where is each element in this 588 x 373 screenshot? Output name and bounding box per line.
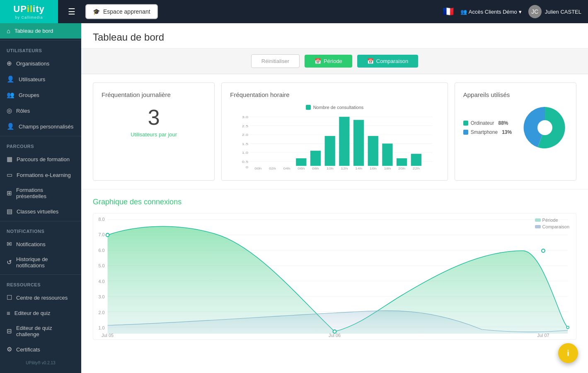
periode-button[interactable]: 📅 Période [305, 55, 352, 68]
sidebar-item-centre-ressources[interactable]: ☐ Centre de ressources [0, 290, 81, 305]
svg-text:3.0: 3.0 [99, 294, 105, 299]
notifications-icon: ✉ [7, 240, 12, 248]
home-icon: ⌂ [7, 27, 10, 34]
legend-comparaison: Comparaison [535, 224, 569, 229]
logo-il: il [27, 4, 33, 14]
sidebar-label-tableau-de-bord: Tableau de bord [15, 28, 53, 34]
section-title-connexions: Graphique des connexions [93, 198, 576, 206]
flag-icon[interactable]: 🇫🇷 [443, 6, 454, 17]
bar-chart-svg: 3.0 2.5 2.0 1.5 1.0 0.5 0 [230, 112, 439, 170]
sidebar-item-historique-notifications[interactable]: ↺ Historique de notifications [0, 252, 81, 273]
topbar-right: 🇫🇷 👥 Accès Clients Démo ▾ JC Julien CAST… [443, 5, 581, 18]
card-frequentation-horaire: Fréquentation horaire Nombre de consulta… [221, 82, 448, 181]
sidebar-item-roles[interactable]: ◎ Rôles [0, 103, 81, 119]
sidebar-item-editeur-quiz-challenge[interactable]: ⊟ Editeur de quiz challenge [0, 321, 81, 342]
svg-text:6.0: 6.0 [99, 248, 105, 253]
svg-text:1.0: 1.0 [242, 151, 248, 155]
sidebar-item-organisations[interactable]: ⊕ Organisations [0, 56, 81, 71]
hamburger-button[interactable]: ☰ [65, 5, 79, 18]
champs-icon: 👤 [7, 123, 15, 130]
client-demo-label: Accès Clients Démo [469, 9, 517, 15]
svg-text:16h: 16h [370, 167, 377, 170]
smartphone-label: Smartphone [471, 129, 498, 135]
elearning-icon: ▭ [7, 171, 12, 179]
svg-rect-23 [397, 158, 407, 166]
svg-text:3.0: 3.0 [242, 115, 248, 119]
organisations-icon: ⊕ [7, 60, 12, 67]
reset-button[interactable]: Réinitialiser [251, 54, 300, 68]
sidebar-item-editeur-quiz[interactable]: ≡ Editeur de quiz [0, 305, 81, 321]
sidebar-label-champs: Champs personnalisés [19, 124, 73, 130]
svg-rect-22 [382, 143, 393, 166]
logo-ity: ity [33, 4, 45, 14]
sidebar-label-notifications: Notifications [16, 241, 46, 247]
calendar-icon-comparaison: 📅 [367, 58, 374, 64]
sidebar-item-formations-elearning[interactable]: ▭ Formations e-Learning [0, 167, 81, 183]
svg-text:12h: 12h [341, 167, 348, 170]
fab-button[interactable]: i [558, 343, 578, 363]
svg-text:06h: 06h [298, 167, 305, 170]
big-number-label: Utilisateurs par jour [102, 131, 206, 138]
legend-periode: Période [535, 218, 569, 223]
legend-ordinateur: Ordinateur 88% [463, 120, 512, 126]
logo-up: UP [13, 4, 27, 14]
card-frequentation-journaliere: Fréquentation journalière 3 Utilisateurs… [93, 82, 215, 181]
cards-row: Fréquentation journalière 3 Utilisateurs… [81, 74, 588, 189]
client-demo-dropdown[interactable]: 👥 Accès Clients Démo ▾ [460, 9, 522, 15]
legend-text: Nombre de consultations [313, 105, 364, 110]
sidebar-item-tableau-de-bord[interactable]: ⌂ Tableau de bord [0, 23, 81, 39]
sidebar-item-parcours-formation[interactable]: ▦ Parcours de formation [0, 151, 81, 167]
historique-icon: ↺ [7, 259, 12, 266]
pie-chart-svg [522, 105, 568, 150]
svg-text:08h: 08h [312, 167, 319, 170]
legend-dot [306, 105, 311, 110]
certificats-icon: ⚙ [7, 346, 12, 353]
utilisateurs-icon: 👤 [7, 75, 15, 83]
sidebar-item-notifications[interactable]: ✉ Notifications [0, 236, 81, 252]
sidebar-item-groupes[interactable]: 👥 Groupes [0, 87, 81, 103]
svg-text:00h: 00h [254, 167, 261, 170]
sidebar-item-certificats[interactable]: ⚙ Certificats [0, 342, 81, 357]
roles-icon: ◎ [7, 107, 12, 114]
ordinateur-dot [463, 121, 468, 126]
sidebar-item-classes-virtuelles[interactable]: ▤ Classes virtuelles [0, 203, 81, 219]
periode-label: Période [324, 58, 342, 64]
svg-text:5.0: 5.0 [99, 263, 105, 268]
svg-rect-21 [368, 136, 378, 166]
sidebar-label-quiz-challenge: Editeur de quiz challenge [16, 325, 75, 337]
quiz-icon: ≡ [7, 310, 10, 317]
sidebar-section-utilisateurs: Utilisateurs [0, 42, 81, 56]
ordinateur-pct: 88% [498, 120, 508, 126]
comparaison-label: Comparaison [376, 58, 408, 64]
sidebar-item-utilisateurs[interactable]: 👤 Utilisateurs [0, 71, 81, 87]
svg-text:20h: 20h [398, 167, 405, 170]
card-title-horaire: Fréquentation horaire [230, 91, 439, 98]
sidebar-label-elearning: Formations e-Learning [17, 172, 71, 178]
pie-legend: Ordinateur 88% Smartphone 13% [463, 120, 512, 135]
svg-rect-20 [353, 120, 364, 166]
svg-text:8.0: 8.0 [99, 217, 105, 222]
svg-text:0.5: 0.5 [242, 160, 248, 164]
sidebar-label-historique: Historique de notifications [16, 256, 75, 269]
sidebar-item-formations-presentielle[interactable]: ⊞ Formations présentielles [0, 183, 81, 203]
sidebar-item-champs-personnalises[interactable]: 👤 Champs personnalisés [0, 119, 81, 134]
ordinateur-label: Ordinateur [471, 120, 494, 126]
topbar-left: UPility by Callimedia ☰ 🎓 Espace apprena… [7, 0, 158, 23]
sidebar: ⌂ Tableau de bord Utilisateurs ⊕ Organis… [0, 23, 81, 373]
svg-text:18h: 18h [384, 167, 391, 170]
topbar: UPility by Callimedia ☰ 🎓 Espace apprena… [0, 0, 588, 23]
sidebar-label-parcours: Parcours de formation [17, 156, 70, 162]
classes-icon: ▤ [7, 208, 12, 215]
svg-rect-17 [310, 151, 321, 166]
svg-text:0: 0 [246, 165, 248, 169]
svg-text:04h: 04h [283, 167, 290, 170]
centre-icon: ☐ [7, 294, 12, 301]
smartphone-dot [463, 130, 468, 135]
client-icon: 👥 [460, 9, 467, 15]
svg-text:22h: 22h [413, 167, 420, 170]
comparaison-button[interactable]: 📅 Comparaison [357, 55, 418, 68]
svg-rect-19 [339, 117, 350, 166]
pie-content: Ordinateur 88% Smartphone 13% [463, 105, 568, 150]
line-chart-svg: 8.0 7.0 6.0 5.0 4.0 3.0 2.0 1.0 [93, 213, 576, 338]
espace-apprenant-button[interactable]: 🎓 Espace apprenant [85, 4, 158, 19]
